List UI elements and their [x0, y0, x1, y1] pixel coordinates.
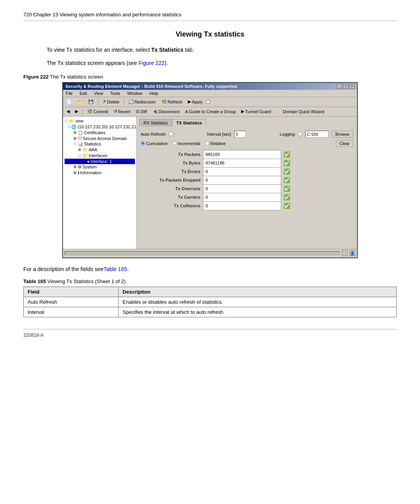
save-button[interactable]: 💾: [86, 98, 96, 105]
toolbar-1: 📄 📂 💾 ✗ Delete 🔄 Rediscover 🌿 Refresh ▶ …: [63, 97, 357, 107]
tab-tx-statistics[interactable]: TX Statistics: [172, 119, 206, 127]
delete-icon: ✗: [103, 99, 106, 104]
apply-button[interactable]: ▶ Apply: [186, 98, 205, 105]
tree-item-system[interactable]: ⊞ ⚙ System: [65, 164, 135, 170]
menu-help[interactable]: Help: [148, 91, 159, 96]
open-button[interactable]: 📂: [75, 98, 85, 105]
page-header: 720 Chapter 13 Viewing system informatio…: [23, 12, 397, 21]
menu-file[interactable]: File: [65, 91, 74, 96]
field-interval: Interval: [24, 307, 119, 317]
radio-relative-input[interactable]: [205, 141, 209, 145]
maximize-button[interactable]: □: [343, 84, 348, 89]
app-body: □ 📁 new □ 🌐 (10.127.232.20) 10.127.232.2…: [63, 117, 357, 249]
delete-button[interactable]: ✗ Delete: [101, 98, 121, 105]
table-row: Tx Packets Dropped 0 ✅: [141, 176, 353, 184]
radio-relative[interactable]: Relative: [205, 141, 226, 146]
table-row: Tx Errors 0 ✅: [141, 167, 353, 176]
logging-checkbox[interactable]: [298, 132, 302, 136]
new-button[interactable]: 📄: [65, 98, 74, 105]
back-button[interactable]: ◀: [65, 108, 72, 115]
tx-packets-label: Tx Packets: [141, 150, 203, 159]
figure-label: Figure 222 The Tx statistics screen: [23, 74, 397, 80]
revert-icon: ↺: [114, 109, 117, 114]
tree-item-statistics[interactable]: □ 📊 Statistics: [65, 141, 135, 147]
delete-label: Delete: [107, 100, 119, 104]
forward-button[interactable]: ▶: [73, 108, 80, 115]
radio-incremental[interactable]: Incremental: [172, 141, 200, 146]
tree-item-aaa[interactable]: ⊞ 📁 AAA: [65, 147, 135, 153]
data-table: Field Description Auto Refresh Enables o…: [23, 287, 397, 317]
diff-button[interactable]: ⚖ Diff: [134, 108, 149, 115]
minimize-button[interactable]: _: [337, 84, 342, 89]
domain-wizard-button[interactable]: ⚡ Domain Quick Wizard: [275, 108, 326, 115]
commit-button[interactable]: 🌿 Commit: [85, 108, 110, 115]
diff-label: Diff: [140, 109, 147, 114]
paragraph-2: The Tx statistics screen appears (see Fi…: [47, 59, 373, 67]
open-icon: 📂: [77, 99, 83, 104]
clear-button[interactable]: Clear: [336, 140, 353, 147]
path-input[interactable]: [305, 131, 329, 138]
guide-label: A Guide to Create a Group: [185, 109, 236, 114]
table-link[interactable]: Table 165: [103, 266, 127, 272]
tree-item-host[interactable]: □ 🌐 (10.127.232.20) 10.127.232.21: [65, 124, 135, 130]
close-button[interactable]: ×: [349, 84, 355, 89]
apply-icon: ▶: [188, 99, 191, 104]
revert-label: Revert: [118, 109, 130, 114]
tunnel-guard-button[interactable]: ▶ Tunnel Guard: [239, 108, 273, 115]
tab-bar: RX Statistics TX Statistics: [139, 119, 355, 127]
menu-view[interactable]: View: [93, 91, 105, 96]
separator-1: [98, 98, 98, 105]
tx-packets-dropped-value: 0: [203, 176, 281, 184]
figure-link[interactable]: Figure 222: [138, 60, 164, 66]
tx-collisions-label: Tx Collisions: [141, 201, 203, 210]
tx-packets-status-icon: ✅: [281, 150, 353, 159]
auto-refresh-row: Auto Refresh Interval [sec] Logging Brow…: [141, 131, 353, 138]
table-row: Tx Packets 885169 ✅: [141, 150, 353, 159]
tx-overruns-status-icon: ✅: [281, 184, 353, 193]
disconnect-button[interactable]: 🔌 Disconnect: [150, 108, 182, 115]
status-icon-2[interactable]: 👤: [349, 250, 355, 256]
commit-icon: 🌿: [87, 109, 93, 114]
tree-item-interfaces[interactable]: □ 📁 Interfaces: [65, 153, 135, 159]
commit-label: Commit: [93, 109, 108, 114]
rediscover-label: Rediscover: [135, 100, 156, 104]
diff-icon: ⚖: [136, 109, 140, 114]
menu-tools[interactable]: Tools: [109, 91, 121, 96]
tree-item-interface1[interactable]: ● Interface: 1: [65, 159, 135, 164]
tree-item-information[interactable]: ⊞ ℹ Information: [65, 170, 135, 176]
menu-edit[interactable]: Edit: [79, 91, 88, 96]
separator-2: [124, 98, 124, 105]
refresh-button[interactable]: 🌿 Refresh: [159, 98, 185, 105]
tree-item-new[interactable]: □ 📁 new: [65, 118, 135, 124]
tx-errors-label: Tx Errors: [141, 167, 203, 176]
tab-rx-statistics[interactable]: RX Statistics: [139, 119, 172, 127]
apply-checkbox[interactable]: [206, 100, 210, 104]
tunnel-label: Tunnel Guard: [245, 109, 271, 114]
status-icon-1[interactable]: ⚡: [341, 250, 348, 256]
menu-bar: File Edit View Tools Window Help: [63, 90, 357, 97]
browse-button[interactable]: Browse: [332, 131, 353, 138]
table-header-row: Field Description: [24, 287, 397, 297]
table-row: Tx Carriers 0 ✅: [141, 193, 353, 201]
radio-incremental-input[interactable]: [172, 141, 177, 145]
auto-refresh-label: Auto Refresh: [141, 132, 166, 136]
radio-row: Cumulative Incremental Relative Clear: [141, 140, 353, 147]
radio-cumulative[interactable]: Cumulative: [141, 141, 168, 146]
auto-refresh-checkbox[interactable]: [169, 132, 173, 136]
tree-item-certificates[interactable]: ⊞ 📋 Certificates: [65, 130, 135, 136]
menu-window[interactable]: Window: [126, 91, 144, 96]
rediscover-button[interactable]: 🔄 Rediscover: [126, 98, 158, 105]
tx-carriers-label: Tx Carriers: [141, 193, 203, 201]
guide-button[interactable]: A Guide to Create a Group: [183, 108, 238, 115]
tree-item-secure-access[interactable]: ⊞ 🛡 Secure Access Domain: [65, 136, 135, 141]
interval-input[interactable]: [234, 131, 246, 138]
toolbar-2: ◀ ▶ 🌿 Commit ↺ Revert ⚖ Diff 🔌 Disconnec…: [63, 107, 357, 117]
radio-cumulative-input[interactable]: [141, 141, 145, 145]
footer-text: 320818-A: [23, 332, 44, 338]
revert-button[interactable]: ↺ Revert: [112, 108, 132, 115]
col-description: Description: [119, 287, 397, 297]
paragraph-1: To view Tx statistics for an interface, …: [47, 46, 373, 54]
titlebar-controls: _ □ ×: [337, 84, 355, 89]
tunnel-icon: ▶: [241, 109, 244, 114]
page-footer: 320818-A: [23, 329, 397, 338]
